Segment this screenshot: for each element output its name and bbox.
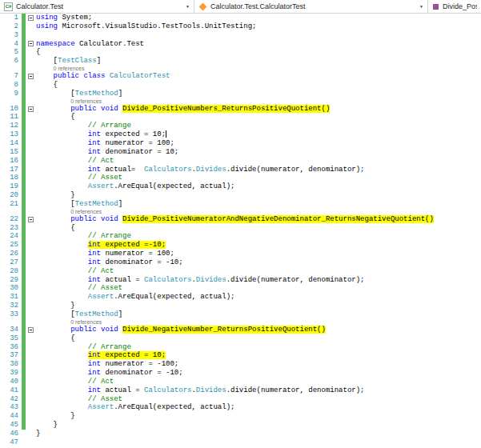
code-line[interactable]: // Asset — [36, 174, 122, 182]
outlining-margin — [26, 81, 36, 90]
code-line[interactable]: // Arrange — [36, 122, 131, 130]
codelens-references-link[interactable]: 0 references — [36, 209, 102, 215]
outlining-margin — [26, 334, 36, 343]
code-line[interactable]: // Arrange — [36, 343, 131, 352]
collapse-region-icon[interactable] — [28, 106, 34, 112]
outlining-margin — [26, 191, 36, 200]
code-token — [36, 351, 88, 359]
code-line[interactable]: int actual= Calculators.Divides.divide(n… — [36, 166, 365, 174]
code-token — [36, 360, 88, 368]
code-line[interactable]: // Act — [36, 267, 114, 276]
outlining-margin — [26, 130, 36, 139]
code-line[interactable]: public class CalculatorTest — [36, 72, 170, 81]
outlining-margin — [26, 40, 36, 49]
code-line[interactable]: int actual = Calculators.Divides.divide(… — [36, 276, 365, 285]
outlining-margin — [26, 351, 36, 360]
code-line[interactable]: Assert.AreEqual(expected, actual); — [36, 182, 234, 191]
code-line[interactable]: using Microsoft.VisualStudio.TestTools.U… — [36, 22, 256, 31]
codelens-references-link[interactable]: 0 references — [36, 319, 102, 326]
code-line[interactable]: Assert.AreEqual(expected, actual); — [36, 293, 234, 302]
project-dropdown[interactable]: C# Calculator.Test ▼ — [0, 0, 194, 13]
collapse-region-icon[interactable] — [28, 327, 34, 333]
collapse-region-icon[interactable] — [28, 217, 34, 222]
codelens-references-link[interactable]: 0 references — [36, 66, 85, 72]
code-line[interactable]: } — [36, 302, 75, 310]
code-line[interactable]: Assert.AreEqual(expected, actual); — [36, 403, 234, 412]
code-line[interactable]: } — [36, 191, 75, 200]
code-line[interactable]: public void Divide_PositiveNumeratorAndN… — [36, 215, 434, 224]
member-dropdown-label: Divide_Positi — [443, 2, 477, 10]
code-token — [36, 157, 88, 165]
code-line[interactable]: int denominator = 10; — [36, 148, 178, 157]
outlining-margin — [26, 276, 36, 285]
code-line[interactable]: } — [36, 430, 40, 438]
code-token: // Arrange — [88, 232, 131, 240]
code-line[interactable]: int expected = 10; — [36, 351, 166, 360]
collapse-region-icon[interactable] — [28, 15, 34, 21]
code-line[interactable]: { — [36, 48, 40, 57]
code-token — [36, 369, 88, 377]
code-line[interactable]: { — [36, 334, 75, 343]
collapse-region-icon[interactable] — [28, 41, 34, 46]
code-line[interactable]: public void Divide_NegativeNumber_Return… — [36, 326, 326, 334]
code-line[interactable]: [TestClass] — [36, 57, 101, 66]
code-line[interactable]: int numerator = -100; — [36, 360, 178, 369]
code-line[interactable]: // Asset — [36, 395, 122, 404]
code-line[interactable]: int actual = Calculators.Divides.divide(… — [36, 386, 365, 395]
code-line[interactable]: int denominator = -10; — [36, 258, 183, 267]
code-line[interactable]: } — [36, 412, 75, 421]
outlining-margin — [26, 430, 36, 438]
method-icon — [433, 4, 439, 10]
collapse-region-icon[interactable] — [28, 74, 34, 79]
code-line[interactable]: int numerator = 100; — [36, 139, 174, 148]
code-line[interactable]: { — [36, 81, 58, 90]
code-token: // Asset — [88, 174, 122, 182]
code-token: } — [36, 421, 58, 429]
code-line[interactable]: [TestMethod] — [36, 90, 122, 98]
outlining-margin — [26, 284, 36, 293]
highlighted-code-token: expected =-10; — [101, 241, 166, 249]
code-token: int — [88, 139, 101, 147]
code-line[interactable]: [TestMethod] — [36, 200, 122, 209]
code-line[interactable]: int denominator = -10; — [36, 369, 183, 378]
code-line[interactable]: { — [36, 113, 75, 122]
line-number: 46 — [0, 430, 21, 438]
line-number: 31 — [0, 293, 21, 302]
code-token: .divide(numerator, denominator); — [226, 166, 365, 174]
code-token: // Act — [88, 378, 114, 386]
code-token: .AreEqual(expected, actual); — [114, 293, 234, 301]
code-line[interactable]: // Act — [36, 157, 114, 166]
code-line[interactable]: int expected = 10; — [36, 130, 166, 139]
code-line[interactable]: int numerator = 100; — [36, 250, 174, 258]
code-line[interactable]: // Asset — [36, 284, 122, 293]
line-number: 20 — [0, 191, 21, 200]
code-line[interactable]: using System; — [36, 14, 92, 22]
code-line[interactable]: // Arrange — [36, 232, 131, 241]
type-dropdown[interactable]: Calculator.Test.CalculatorTest ▼ — [194, 0, 428, 13]
code-token: { — [36, 113, 75, 121]
code-line[interactable]: [TestMethod] — [36, 310, 122, 319]
code-token: using — [36, 22, 58, 30]
outlining-margin — [26, 209, 36, 215]
code-token: } — [36, 302, 75, 310]
code-line[interactable]: public void Divide_PositiveNumbers_Retur… — [36, 105, 330, 114]
code-line[interactable]: int expected =-10; — [36, 241, 166, 250]
line-number: 42 — [0, 395, 21, 404]
class-icon — [199, 2, 207, 10]
code-area[interactable]: 1using System;2using Microsoft.VisualStu… — [0, 14, 481, 447]
code-token: { — [36, 48, 40, 56]
outlining-margin — [26, 319, 36, 326]
navigation-bar: C# Calculator.Test ▼ Calculator.Test.Cal… — [0, 0, 481, 14]
line-number: 10 — [0, 105, 21, 114]
code-line[interactable]: namespace Calculator.Test — [36, 40, 144, 49]
member-dropdown[interactable]: Divide_Positi — [428, 0, 481, 13]
code-line[interactable]: { — [36, 224, 75, 233]
code-line[interactable]: } — [36, 421, 58, 430]
type-dropdown-label: Calculator.Test.CalculatorTest — [210, 2, 416, 10]
visual-studio-editor: C# Calculator.Test ▼ Calculator.Test.Cal… — [0, 0, 481, 448]
code-token: actual = — [101, 386, 144, 394]
code-line[interactable]: // Act — [36, 378, 114, 386]
codelens-references-link[interactable]: 0 references — [36, 98, 102, 105]
line-number: 4 — [0, 40, 21, 49]
code-token: int — [88, 276, 101, 284]
